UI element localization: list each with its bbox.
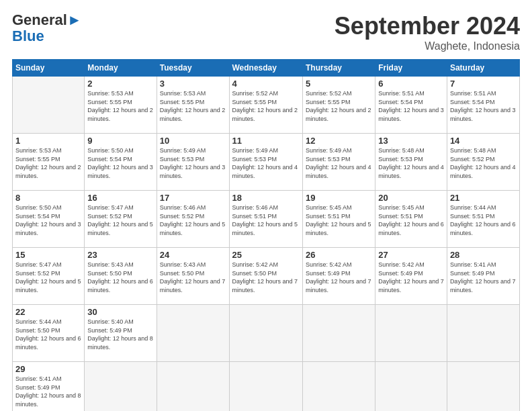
day-number: 29: [15, 364, 81, 374]
day-number: 2: [87, 79, 153, 89]
day-number: 19: [306, 193, 372, 203]
day-info: Sunrise: 5:49 AMSunset: 5:53 PMDaylight:…: [306, 146, 372, 180]
day-number: 5: [306, 79, 372, 89]
day-number: 28: [450, 250, 517, 260]
day-cell-10: 10Sunrise: 5:49 AMSunset: 5:53 PMDayligh…: [157, 134, 229, 191]
day-info: Sunrise: 5:53 AMSunset: 5:55 PMDaylight:…: [160, 89, 226, 123]
day-cell-7: 7Sunrise: 5:51 AMSunset: 5:54 PMDaylight…: [447, 77, 519, 134]
day-cell-16: 16Sunrise: 5:47 AMSunset: 5:52 PMDayligh…: [85, 191, 157, 248]
day-cell-25: 25Sunrise: 5:42 AMSunset: 5:50 PMDayligh…: [229, 248, 302, 305]
month-title: September 2024: [335, 12, 520, 40]
day-cell-18: 18Sunrise: 5:46 AMSunset: 5:51 PMDayligh…: [229, 191, 302, 248]
day-number: 30: [87, 307, 153, 317]
day-info: Sunrise: 5:47 AMSunset: 5:52 PMDaylight:…: [87, 203, 153, 237]
day-cell-21: 21Sunrise: 5:44 AMSunset: 5:51 PMDayligh…: [447, 191, 519, 248]
day-cell-15: 15Sunrise: 5:47 AMSunset: 5:52 PMDayligh…: [13, 248, 85, 305]
calendar-row-4: 22Sunrise: 5:44 AMSunset: 5:50 PMDayligh…: [13, 305, 520, 362]
day-cell-4: 4Sunrise: 5:52 AMSunset: 5:55 PMDaylight…: [229, 77, 302, 134]
day-info: Sunrise: 5:51 AMSunset: 5:54 PMDaylight:…: [378, 89, 444, 123]
day-number: 10: [160, 136, 226, 146]
empty-cell: [229, 362, 302, 412]
day-number: 27: [378, 250, 444, 260]
day-cell-24: 24Sunrise: 5:43 AMSunset: 5:50 PMDayligh…: [157, 248, 229, 305]
day-number: 1: [15, 136, 81, 146]
weekday-header-tuesday: Tuesday: [157, 60, 229, 77]
header: General► Blue September 2024 Waghete, In…: [12, 12, 520, 52]
calendar-row-2: 8Sunrise: 5:50 AMSunset: 5:54 PMDaylight…: [13, 191, 520, 248]
day-cell-19: 19Sunrise: 5:45 AMSunset: 5:51 PMDayligh…: [302, 191, 375, 248]
day-cell-2: 2Sunrise: 5:53 AMSunset: 5:55 PMDaylight…: [85, 77, 157, 134]
logo-text: General► Blue: [12, 12, 82, 44]
weekday-header-monday: Monday: [85, 60, 157, 77]
day-info: Sunrise: 5:40 AMSunset: 5:49 PMDaylight:…: [87, 318, 153, 351]
day-info: Sunrise: 5:41 AMSunset: 5:49 PMDaylight:…: [450, 261, 517, 294]
weekday-header-row: SundayMondayTuesdayWednesdayThursdayFrid…: [13, 60, 520, 77]
day-info: Sunrise: 5:47 AMSunset: 5:52 PMDaylight:…: [15, 261, 81, 294]
calendar-row-3: 15Sunrise: 5:47 AMSunset: 5:52 PMDayligh…: [13, 248, 520, 305]
day-number: 25: [232, 250, 300, 260]
day-cell-12: 12Sunrise: 5:49 AMSunset: 5:53 PMDayligh…: [302, 134, 375, 191]
day-cell-28: 28Sunrise: 5:41 AMSunset: 5:49 PMDayligh…: [447, 248, 519, 305]
day-info: Sunrise: 5:43 AMSunset: 5:50 PMDaylight:…: [160, 261, 226, 294]
day-number: 14: [450, 136, 517, 146]
day-cell-29: 29Sunrise: 5:41 AMSunset: 5:49 PMDayligh…: [13, 362, 85, 412]
day-number: 17: [160, 193, 226, 203]
day-cell-27: 27Sunrise: 5:42 AMSunset: 5:49 PMDayligh…: [375, 248, 447, 305]
day-info: Sunrise: 5:52 AMSunset: 5:55 PMDaylight:…: [306, 89, 372, 123]
calendar-table: SundayMondayTuesdayWednesdayThursdayFrid…: [12, 59, 520, 411]
empty-cell: [447, 305, 519, 362]
weekday-header-saturday: Saturday: [447, 60, 519, 77]
day-cell-13: 13Sunrise: 5:48 AMSunset: 5:53 PMDayligh…: [375, 134, 447, 191]
day-info: Sunrise: 5:48 AMSunset: 5:53 PMDaylight:…: [378, 146, 444, 180]
day-number: 26: [306, 250, 372, 260]
day-cell-26: 26Sunrise: 5:42 AMSunset: 5:49 PMDayligh…: [302, 248, 375, 305]
day-info: Sunrise: 5:44 AMSunset: 5:51 PMDaylight:…: [450, 203, 517, 237]
day-info: Sunrise: 5:42 AMSunset: 5:50 PMDaylight:…: [232, 261, 300, 294]
empty-cell: [447, 362, 519, 412]
empty-cell: [157, 362, 229, 412]
weekday-header-thursday: Thursday: [302, 60, 375, 77]
day-number: 21: [450, 193, 517, 203]
day-number: 6: [378, 79, 444, 89]
day-info: Sunrise: 5:49 AMSunset: 5:53 PMDaylight:…: [160, 146, 226, 180]
day-number: 4: [232, 79, 300, 89]
weekday-header-wednesday: Wednesday: [229, 60, 302, 77]
day-info: Sunrise: 5:45 AMSunset: 5:51 PMDaylight:…: [306, 203, 372, 237]
calendar-row-5: 29Sunrise: 5:41 AMSunset: 5:49 PMDayligh…: [13, 362, 520, 412]
day-info: Sunrise: 5:53 AMSunset: 5:55 PMDaylight:…: [15, 146, 81, 180]
day-info: Sunrise: 5:48 AMSunset: 5:52 PMDaylight:…: [450, 146, 517, 180]
empty-cell: [375, 305, 447, 362]
page: General► Blue September 2024 Waghete, In…: [0, 0, 532, 411]
day-info: Sunrise: 5:46 AMSunset: 5:52 PMDaylight:…: [160, 203, 226, 237]
day-cell-14: 14Sunrise: 5:48 AMSunset: 5:52 PMDayligh…: [447, 134, 519, 191]
day-number: 7: [450, 79, 517, 89]
day-cell-1: 1Sunrise: 5:53 AMSunset: 5:55 PMDaylight…: [13, 134, 85, 191]
day-info: Sunrise: 5:46 AMSunset: 5:51 PMDaylight:…: [232, 203, 300, 237]
logo: General► Blue: [12, 12, 82, 44]
day-info: Sunrise: 5:44 AMSunset: 5:50 PMDaylight:…: [15, 318, 81, 351]
day-info: Sunrise: 5:52 AMSunset: 5:55 PMDaylight:…: [232, 89, 300, 123]
day-cell-20: 20Sunrise: 5:45 AMSunset: 5:51 PMDayligh…: [375, 191, 447, 248]
day-number: 18: [232, 193, 300, 203]
day-info: Sunrise: 5:50 AMSunset: 5:54 PMDaylight:…: [15, 203, 81, 237]
day-cell-22: 22Sunrise: 5:44 AMSunset: 5:50 PMDayligh…: [13, 305, 85, 362]
day-cell-3: 3Sunrise: 5:53 AMSunset: 5:55 PMDaylight…: [157, 77, 229, 134]
calendar-row-1: 1Sunrise: 5:53 AMSunset: 5:55 PMDaylight…: [13, 134, 520, 191]
day-info: Sunrise: 5:53 AMSunset: 5:55 PMDaylight:…: [87, 89, 153, 123]
day-info: Sunrise: 5:43 AMSunset: 5:50 PMDaylight:…: [87, 261, 153, 294]
day-number: 8: [15, 193, 81, 203]
day-cell-5: 5Sunrise: 5:52 AMSunset: 5:55 PMDaylight…: [302, 77, 375, 134]
empty-cell: [229, 305, 302, 362]
day-number: 3: [160, 79, 226, 89]
day-number: 15: [15, 250, 81, 260]
day-cell-17: 17Sunrise: 5:46 AMSunset: 5:52 PMDayligh…: [157, 191, 229, 248]
empty-cell: [375, 362, 447, 412]
day-number: 9: [87, 136, 153, 146]
empty-cell: [302, 305, 375, 362]
title-block: September 2024 Waghete, Indonesia: [335, 12, 520, 52]
day-info: Sunrise: 5:45 AMSunset: 5:51 PMDaylight:…: [378, 203, 444, 237]
location-title: Waghete, Indonesia: [335, 40, 520, 52]
day-info: Sunrise: 5:42 AMSunset: 5:49 PMDaylight:…: [306, 261, 372, 294]
day-cell-11: 11Sunrise: 5:49 AMSunset: 5:53 PMDayligh…: [229, 134, 302, 191]
day-cell-23: 23Sunrise: 5:43 AMSunset: 5:50 PMDayligh…: [85, 248, 157, 305]
